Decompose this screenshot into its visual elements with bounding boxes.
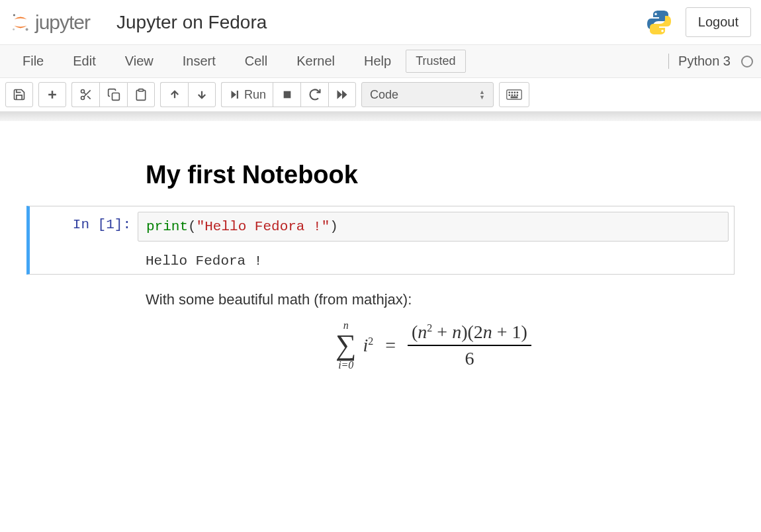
svg-rect-11	[139, 89, 144, 91]
code-output-row: Hello Fedora !	[35, 253, 729, 269]
logo-area: jupyter	[10, 11, 90, 34]
cut-button[interactable]	[71, 82, 99, 107]
paste-button[interactable]	[127, 82, 155, 107]
toolbar-shadow	[0, 112, 761, 121]
svg-point-21	[512, 92, 513, 93]
markdown-cell-heading[interactable]: My first Notebook	[146, 161, 721, 189]
code-input-area[interactable]: print("Hello Fedora !")	[138, 212, 729, 242]
menu-help[interactable]: Help	[349, 48, 406, 74]
move-group	[160, 82, 216, 107]
python-logo-icon	[646, 9, 672, 36]
markdown-cell-math[interactable]: With some beautiful math (from mathjax):…	[146, 291, 721, 371]
menubar: File Edit View Insert Cell Kernel Help T…	[0, 45, 761, 78]
run-all-button[interactable]	[328, 82, 356, 107]
input-prompt: In [1]:	[35, 212, 138, 232]
menu-edit[interactable]: Edit	[58, 48, 110, 74]
svg-marker-18	[342, 90, 347, 99]
run-button-label: Run	[244, 88, 266, 102]
sum-symbol: n ∑ i=0	[336, 320, 356, 371]
notebook-container: My first Notebook In [1]: print("Hello F…	[0, 121, 761, 397]
fraction: (n2 + n)(2n + 1) 6	[408, 322, 531, 369]
command-palette-button[interactable]	[499, 82, 529, 107]
scissors-icon	[79, 88, 93, 101]
menu-insert[interactable]: Insert	[168, 48, 230, 74]
sum-lower-limit: i=0	[338, 360, 353, 371]
stop-icon	[282, 89, 292, 100]
toolbar: Run Code ▲▼	[0, 78, 761, 112]
select-arrows-icon: ▲▼	[479, 89, 485, 100]
code-token-close: )	[330, 219, 338, 234]
paste-icon	[134, 88, 148, 101]
code-cell[interactable]: In [1]: print("Hello Fedora !") Hello Fe…	[26, 206, 735, 275]
math-intro-text: With some beautiful math (from mathjax):	[146, 291, 721, 308]
keyboard-icon	[506, 89, 522, 100]
svg-line-9	[83, 93, 85, 95]
move-up-button[interactable]	[160, 82, 188, 107]
copy-button[interactable]	[99, 82, 127, 107]
save-icon	[13, 88, 26, 101]
code-token-fn: print	[146, 219, 188, 234]
fraction-numerator: (n2 + n)(2n + 1)	[408, 322, 531, 346]
svg-point-6	[81, 97, 84, 100]
svg-point-5	[81, 90, 84, 93]
svg-rect-10	[112, 93, 119, 101]
svg-point-22	[514, 92, 515, 93]
fraction-denominator: 6	[465, 346, 474, 369]
menu-view[interactable]: View	[111, 48, 168, 74]
menu-file[interactable]: File	[8, 48, 58, 74]
clipboard-group	[71, 82, 155, 107]
arrow-down-icon	[196, 89, 208, 101]
plus-icon	[46, 88, 59, 101]
save-button[interactable]	[5, 82, 33, 107]
run-button[interactable]: Run	[221, 82, 273, 107]
svg-rect-15	[237, 91, 238, 99]
arrow-up-icon	[169, 89, 181, 101]
jupyter-logo-text: jupyter	[35, 11, 90, 34]
svg-point-26	[514, 95, 515, 96]
equals-sign: =	[385, 335, 396, 356]
svg-rect-16	[283, 91, 291, 99]
svg-point-25	[512, 95, 513, 96]
kernel-name-label[interactable]: Python 3	[668, 54, 731, 69]
code-input-row: In [1]: print("Hello Fedora !")	[35, 212, 729, 242]
restart-icon	[308, 88, 322, 101]
code-token-str: "Hello Fedora !"	[197, 219, 330, 234]
stop-button[interactable]	[273, 82, 300, 107]
restart-button[interactable]	[300, 82, 328, 107]
svg-point-1	[26, 28, 28, 30]
svg-point-2	[13, 28, 15, 30]
heading-text: My first Notebook	[146, 161, 721, 189]
copy-icon	[107, 88, 120, 101]
run-group: Run	[221, 82, 356, 107]
move-down-button[interactable]	[188, 82, 216, 107]
code-output-text: Hello Fedora !	[138, 253, 262, 269]
svg-point-24	[509, 95, 510, 96]
trusted-badge[interactable]: Trusted	[406, 50, 465, 73]
svg-line-8	[87, 96, 91, 99]
play-step-icon	[228, 89, 240, 101]
menu-cell[interactable]: Cell	[230, 48, 282, 74]
notebook-title[interactable]: Jupyter on Fedora	[116, 12, 267, 33]
sum-body: i2	[363, 335, 373, 356]
output-prompt	[35, 253, 138, 269]
svg-point-27	[517, 95, 518, 96]
svg-point-20	[509, 92, 510, 93]
fast-forward-icon	[336, 88, 349, 101]
svg-point-23	[517, 92, 518, 93]
code-token-open: (	[188, 219, 197, 234]
menu-kernel[interactable]: Kernel	[282, 48, 349, 74]
logout-button[interactable]: Logout	[686, 7, 751, 37]
math-formula: n ∑ i=0 i2 = (n2 + n)(2n + 1) 6	[146, 320, 721, 371]
svg-rect-28	[511, 97, 517, 98]
svg-point-0	[13, 14, 15, 16]
celltype-select[interactable]: Code ▲▼	[361, 82, 494, 107]
svg-marker-17	[337, 90, 343, 99]
sigma-icon: ∑	[336, 331, 356, 360]
header: jupyter Jupyter on Fedora Logout	[0, 0, 761, 45]
svg-marker-14	[232, 91, 237, 99]
jupyter-logo-icon	[10, 12, 31, 33]
sum-body-exp: 2	[368, 335, 373, 347]
celltype-value: Code	[370, 88, 398, 102]
kernel-status-icon	[741, 56, 753, 67]
add-cell-button[interactable]	[38, 82, 66, 107]
